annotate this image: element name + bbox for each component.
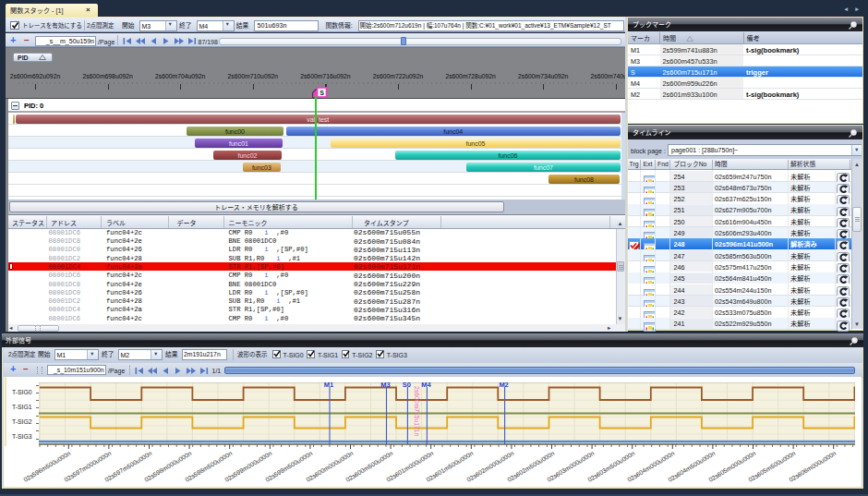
svg-text:M4: M4 bbox=[421, 381, 431, 389]
svg-text:M1: M1 bbox=[324, 381, 333, 389]
svg-text:M3: M3 bbox=[380, 381, 390, 389]
svg-text:S: S bbox=[319, 90, 324, 96]
svg-text:M2: M2 bbox=[499, 381, 508, 389]
